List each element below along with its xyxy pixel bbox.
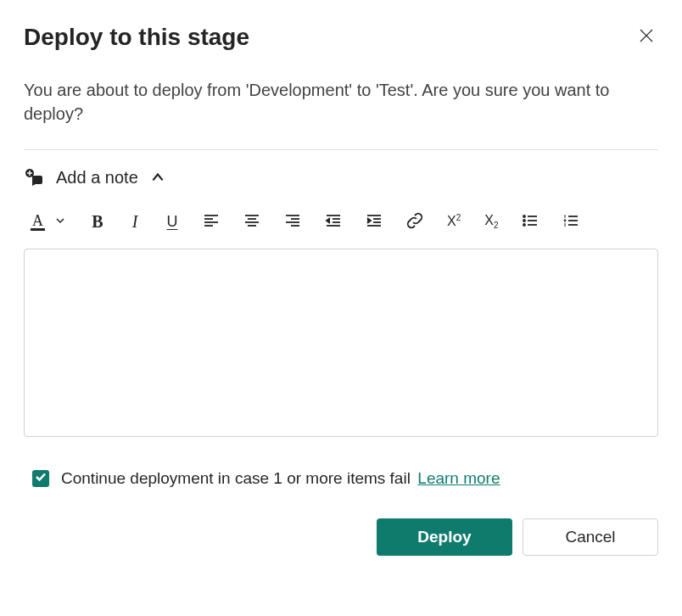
note-section-header[interactable]: Add a note [24,167,658,188]
learn-more-link[interactable]: Learn more [417,469,500,487]
continue-on-fail-label: Continue deployment in case 1 or more it… [61,469,411,487]
align-right-button[interactable] [282,211,303,232]
continue-on-fail-row: Continue deployment in case 1 or more it… [24,469,658,488]
dialog-title: Deploy to this stage [24,24,249,51]
underline-button[interactable]: U [164,211,181,232]
font-color-icon: A [31,213,45,231]
dialog-description: You are about to deploy from 'Developmen… [24,78,658,126]
link-icon [406,212,423,232]
bold-icon: B [92,212,103,232]
bullet-list-button[interactable] [520,211,540,232]
chevron-down-icon [55,216,65,228]
add-note-icon [24,167,44,188]
subscript-button[interactable]: X2 [483,211,500,232]
note-label: Add a note [56,168,138,188]
close-button[interactable] [634,24,658,50]
deploy-button[interactable]: Deploy [377,518,512,556]
svg-point-27 [523,224,525,226]
cancel-button[interactable]: Cancel [523,518,658,556]
font-color-dropdown[interactable] [52,211,69,232]
link-button[interactable] [405,211,425,232]
note-editor[interactable] [24,249,658,437]
chevron-up-icon [150,170,165,185]
indent-icon [366,212,383,232]
align-right-icon [284,212,301,232]
superscript-button[interactable]: X2 [445,211,462,232]
dialog-footer: Deploy Cancel [24,518,658,556]
svg-point-23 [523,216,525,217]
subscript-icon: X2 [484,213,498,230]
bold-button[interactable]: B [89,211,106,232]
divider [24,149,658,150]
outdent-button[interactable] [323,211,344,232]
close-icon [638,27,655,47]
dialog-header: Deploy to this stage [24,24,658,51]
outdent-icon [325,212,342,232]
align-center-button[interactable] [242,211,262,232]
indent-button[interactable] [364,211,384,232]
underline-icon: U [167,213,178,231]
numbered-list-button[interactable] [561,211,581,232]
align-left-button[interactable] [201,211,221,232]
italic-icon: I [132,212,138,232]
align-left-icon [203,212,220,232]
superscript-icon: X2 [447,213,461,229]
italic-button[interactable]: I [126,211,143,232]
checkmark-icon [35,471,47,486]
numbered-list-icon [562,212,579,232]
rich-text-toolbar: A B I U [24,211,658,232]
checkbox-text: Continue deployment in case 1 or more it… [61,469,500,488]
align-center-icon [243,212,260,232]
svg-point-25 [523,220,525,221]
font-color-group: A [29,211,69,232]
font-color-button[interactable]: A [29,211,47,232]
bullet-list-icon [522,212,539,232]
continue-on-fail-checkbox[interactable] [32,470,49,487]
